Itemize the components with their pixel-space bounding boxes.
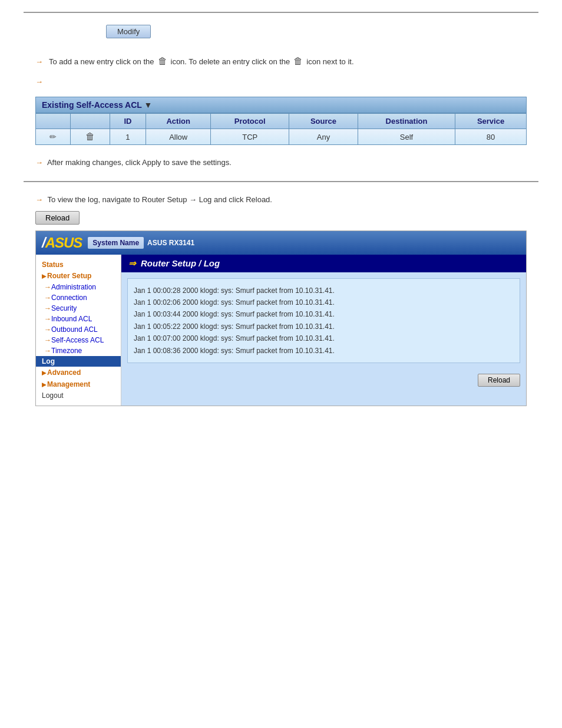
conn-arrow: → — [44, 294, 51, 302]
admin-arrow: → — [44, 283, 51, 291]
row-source: Any — [289, 129, 358, 145]
modify-btn-row: Modify — [106, 25, 538, 38]
sidebar-self-label: Self-Access ACL — [51, 336, 104, 344]
col-destination: Destination — [358, 114, 455, 129]
col-edit — [36, 114, 71, 129]
sidebar-item-inbound-acl[interactable]: →Inbound ACL — [36, 314, 121, 324]
trash-icon-instruction: 🗑 — [158, 56, 167, 67]
table-row: ✏ 🗑 1 Allow TCP Any Self 80 — [36, 129, 527, 145]
acl-header-row: ID Action Protocol Source Destination Se… — [36, 114, 527, 129]
note-text: After making changes, click Apply to sav… — [47, 158, 232, 167]
modify-button[interactable]: Modify — [106, 25, 151, 38]
log-entry: Jan 1 00:03:44 2000 klogd: sys: Smurf pa… — [134, 308, 514, 320]
instruction-text-1: To add a new entry click on the — [49, 57, 154, 66]
sidebar-conn-label: Connection — [51, 294, 87, 302]
management-bullet: ▸ — [42, 380, 46, 389]
outbound-arrow: → — [44, 325, 51, 334]
advanced-bullet: ▸ — [42, 368, 46, 377]
sidebar-item-timezone[interactable]: →Timezone — [36, 345, 121, 356]
sidebar-item-logout[interactable]: Logout — [36, 390, 121, 401]
router-screenshot: /ASUS System Name ASUS RX3141 Status ▸ R… — [35, 230, 527, 406]
sidebar-item-advanced[interactable]: ▸ Advanced — [36, 367, 121, 378]
row-trash-icon[interactable]: 🗑 — [85, 131, 95, 142]
col-protocol: Protocol — [211, 114, 289, 129]
page-wrapper: Modify → To add a new entry click on the… — [0, 0, 562, 430]
sidebar-item-security[interactable]: →Security — [36, 303, 121, 314]
acl-table-head: ID Action Protocol Source Destination Se… — [36, 114, 527, 129]
rs-reload-button[interactable]: Reload — [478, 374, 520, 387]
arrow-icon-2: → — [35, 77, 43, 86]
system-name-value: ASUS RX3141 — [147, 239, 194, 247]
row-service: 80 — [455, 129, 527, 145]
sidebar-item-connection[interactable]: →Connection — [36, 292, 121, 303]
log-entry: Jan 1 00:02:06 2000 klogd: sys: Smurf pa… — [134, 297, 514, 308]
col-action: Action — [146, 114, 210, 129]
section-divider — [24, 181, 538, 182]
sidebar-advanced-label: Advanced — [47, 368, 81, 377]
sidebar-sec-label: Security — [51, 304, 77, 312]
system-name-label: System Name — [88, 237, 144, 249]
trash-icon-instruction-2: 🗑 — [293, 56, 303, 67]
sec-arrow: → — [44, 304, 51, 312]
edit-icon[interactable]: ✏ — [49, 132, 57, 141]
sidebar-item-self-access-acl[interactable]: →Self-Access ACL — [36, 335, 121, 345]
log-entry: Jan 1 00:08:36 2000 klogd: sys: Smurf pa… — [134, 345, 514, 357]
sidebar-status-label: Status — [42, 261, 64, 269]
sidebar-item-log[interactable]: Log — [36, 356, 121, 367]
content-title-bar: ⇒ Router Setup / Log — [121, 255, 526, 272]
top-divider — [24, 12, 538, 13]
acl-table-body: ✏ 🗑 1 Allow TCP Any Self 80 — [36, 129, 527, 145]
sidebar-item-management[interactable]: ▸ Management — [36, 378, 121, 390]
sidebar-inbound-label: Inbound ACL — [51, 315, 92, 323]
sidebar-item-router-setup[interactable]: ▸ Router Setup — [36, 270, 121, 282]
row-destination: Self — [358, 129, 455, 145]
sidebar-admin-label: Administration — [51, 283, 96, 291]
acl-title-bar[interactable]: Existing Self-Access ACL ▼ — [35, 97, 527, 113]
log-area: Jan 1 00:00:28 2000 klogd: sys: Smurf pa… — [127, 278, 520, 363]
self-arrow: → — [44, 336, 51, 344]
tz-arrow: → — [44, 347, 51, 355]
rs-reload-row: Reload — [121, 369, 526, 391]
sidebar-outbound-label: Outbound ACL — [51, 325, 98, 334]
content-title-arrow: ⇒ — [128, 258, 136, 269]
instruction-text-2: icon. To delete an entry click on the — [171, 57, 290, 66]
section2-note: → To view the log, navigate to Router Se… — [24, 194, 538, 206]
arrow-icon-4: → — [35, 194, 43, 206]
arrow-row-2: → — [24, 77, 538, 86]
row-edit-cell: ✏ — [36, 129, 71, 145]
arrow-icon-3: → — [35, 157, 43, 169]
log-entry: Jan 1 00:05:22 2000 klogd: sys: Smurf pa… — [134, 321, 514, 332]
acl-table: ID Action Protocol Source Destination Se… — [35, 113, 527, 145]
sidebar-router-setup-label: Router Setup — [47, 272, 91, 280]
router-header: /ASUS System Name ASUS RX3141 — [36, 231, 526, 255]
acl-section: Existing Self-Access ACL ▼ ID Action Pro… — [35, 97, 527, 145]
row-protocol: TCP — [211, 129, 289, 145]
col-delete — [71, 114, 110, 129]
router-setup-bullet: ▸ — [42, 271, 46, 281]
col-id: ID — [110, 114, 146, 129]
acl-dropdown-arrow: ▼ — [144, 100, 153, 110]
content-title-text: Router Setup / Log — [141, 258, 220, 268]
sidebar-item-status[interactable]: Status — [36, 259, 121, 270]
row-id: 1 — [110, 129, 146, 145]
instruction-text-3: icon next to it. — [306, 57, 353, 66]
router-sidebar: Status ▸ Router Setup →Administration →C… — [36, 255, 121, 406]
reload-btn-row: Reload — [24, 211, 538, 225]
router-logo: /ASUS — [42, 235, 82, 251]
arrow-icon-1: → — [35, 57, 43, 66]
section2-text: To view the log, navigate to Router Setu… — [47, 195, 272, 204]
sidebar-logout-label: Logout — [42, 391, 64, 400]
sidebar-management-label: Management — [47, 380, 90, 388]
sidebar-item-administration[interactable]: →Administration — [36, 282, 121, 292]
arrow-section-2: → — [24, 77, 538, 86]
reload-button-standalone[interactable]: Reload — [35, 211, 80, 225]
row-trash-cell: 🗑 — [71, 129, 110, 145]
log-entry: Jan 1 00:07:00 2000 klogd: sys: Smurf pa… — [134, 332, 514, 344]
col-source: Source — [289, 114, 358, 129]
col-service: Service — [455, 114, 527, 129]
sidebar-item-outbound-acl[interactable]: →Outbound ACL — [36, 324, 121, 335]
row-action: Allow — [146, 129, 210, 145]
bottom-note: → After making changes, click Apply to s… — [24, 157, 538, 169]
sidebar-log-label: Log — [42, 357, 55, 365]
log-entry: Jan 1 00:00:28 2000 klogd: sys: Smurf pa… — [134, 285, 514, 297]
